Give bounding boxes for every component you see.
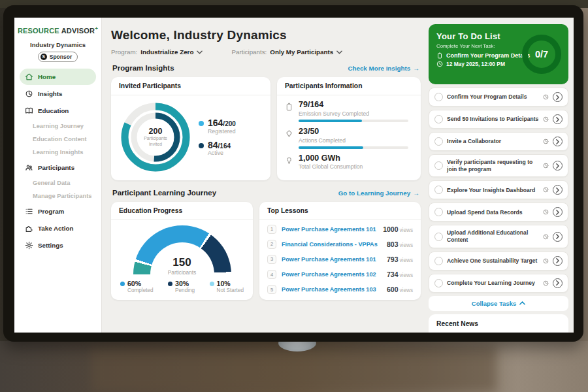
sidebar-item-label: Program <box>38 208 64 215</box>
task-open-button[interactable] <box>553 256 563 266</box>
invited-participants-card: Invited Participants 200 Participants In… <box>111 77 270 180</box>
program-insights-header: Program Insights Check More Insights → <box>112 64 419 72</box>
badge-icon <box>285 129 293 149</box>
task-item[interactable]: Confirm Your Program Details <box>429 88 568 106</box>
invited-donut-chart: 200 Participants Invited <box>119 101 192 174</box>
task-checkbox[interactable] <box>434 257 443 265</box>
invited-legend: 164/200 Registered 84/164 Active <box>199 112 236 162</box>
clock-icon <box>543 163 549 169</box>
lesson-rank: 1 <box>267 225 276 234</box>
program-icon <box>25 207 33 216</box>
task-open-button[interactable] <box>553 114 563 124</box>
collapse-tasks-button[interactable]: Collapse Tasks <box>429 296 568 311</box>
task-open-button[interactable] <box>553 232 563 242</box>
task-checkbox[interactable] <box>434 208 443 216</box>
sidebar-item-manage-participants[interactable]: Manage Participants <box>14 189 101 203</box>
task-checkbox[interactable] <box>434 137 443 146</box>
task-item[interactable]: Verify participants requesting to join t… <box>429 154 568 177</box>
recent-news-title: Recent News <box>436 320 478 327</box>
lesson-row: 1 Power Purchase Agreements 101 1000view… <box>267 221 413 237</box>
app-logo: RESOURCE ADVISOR+ <box>14 24 101 41</box>
sponsor-badge[interactable]: S Sponsor <box>38 52 78 62</box>
task-checkbox[interactable] <box>434 186 443 194</box>
task-item[interactable]: Invite a Collaborator <box>429 132 568 151</box>
arrow-right-icon: → <box>413 189 419 197</box>
clock-icon <box>543 116 549 122</box>
program-filter-label: Program: <box>111 48 137 56</box>
go-to-learning-journey-link[interactable]: Go to Learning Journey → <box>338 189 419 197</box>
lesson-link[interactable]: Power Purchase Agreements 103 <box>282 286 382 293</box>
top-lessons-title: Top Lessons <box>259 202 421 220</box>
sidebar-item-program[interactable]: Program <box>20 203 96 220</box>
page-title: Welcome, Industry Dynamics <box>111 28 421 42</box>
sponsor-badge-label: Sponsor <box>50 54 72 60</box>
emission-survey-row: 79/164 Emission Survey Completed <box>285 101 413 122</box>
task-item[interactable]: Achieve One Sustainability Target <box>429 252 568 270</box>
clock-icon <box>436 61 443 67</box>
lesson-link[interactable]: Power Purchase Agreements 101 <box>282 256 382 263</box>
actions-completed-progressbar <box>299 146 408 149</box>
global-consumption-row: 1,000 GWh Total Global Consumption <box>285 154 413 173</box>
lesson-rank: 5 <box>267 285 276 294</box>
legend-registered: 164/200 Registered <box>199 118 236 135</box>
sidebar-item-participants[interactable]: Participants <box>20 159 96 176</box>
settings-icon <box>25 241 33 250</box>
gauge-label: Participants <box>133 269 231 274</box>
sidebar-item-general-data[interactable]: General Data <box>14 176 101 189</box>
sidebar: RESOURCE ADVISOR+ Industry Dynamics S Sp… <box>14 18 102 333</box>
take-action-icon <box>25 224 33 233</box>
sidebar-item-home[interactable]: Home <box>20 69 96 85</box>
task-item[interactable]: Complete Your Learning Journey <box>429 274 568 293</box>
education-progress-title: Education Progress <box>111 202 253 220</box>
task-open-button[interactable] <box>553 92 563 102</box>
sidebar-item-label: Take Action <box>38 225 73 232</box>
sidebar-item-education-content[interactable]: Education Content <box>14 133 101 146</box>
lesson-row: 5 Power Purchase Agreements 103 600views <box>267 282 413 297</box>
lesson-link[interactable]: Power Purchase Agreements 102 <box>282 271 382 278</box>
logo-plus: + <box>95 25 98 31</box>
sidebar-item-label: Insights <box>38 90 63 97</box>
clock-icon <box>543 209 549 215</box>
task-checkbox[interactable] <box>434 115 443 123</box>
task-open-button[interactable] <box>553 137 563 146</box>
lesson-link[interactable]: Power Purchase Agreements 101 <box>282 226 378 233</box>
todo-summary-card: Your To Do List Complete Your Next Task:… <box>429 24 568 84</box>
logo-advisor: ADVISOR <box>61 27 95 35</box>
sidebar-item-education[interactable]: Education <box>20 103 96 119</box>
sidebar-item-settings[interactable]: Settings <box>20 237 96 253</box>
task-open-button[interactable] <box>553 185 563 195</box>
participants-filter[interactable]: Participants: Only My Participants <box>231 48 342 56</box>
task-item[interactable]: Explore Your Insights Dashboard <box>429 180 568 199</box>
legend-active: 84/164 Active <box>199 140 236 157</box>
program-filter[interactable]: Program: Industrialize Zero <box>111 48 203 56</box>
sidebar-item-learning-insights[interactable]: Learning Insights <box>14 146 101 159</box>
sidebar-item-insights[interactable]: Insights <box>20 86 96 102</box>
task-open-button[interactable] <box>553 161 563 171</box>
logo-resource: RESOURCE <box>18 27 59 35</box>
task-open-button[interactable] <box>553 207 563 217</box>
task-checkbox[interactable] <box>434 93 443 101</box>
main-content: Welcome, Industry Dynamics Program: Indu… <box>102 18 429 333</box>
participants-icon <box>25 163 33 172</box>
lesson-link[interactable]: Financial Considerations - VPPAs <box>282 241 382 248</box>
sidebar-item-learning-journey[interactable]: Learning Journey <box>14 120 101 133</box>
task-checkbox[interactable] <box>434 233 443 241</box>
task-checkbox[interactable] <box>434 279 443 287</box>
active-dot <box>199 143 204 148</box>
clock-icon <box>543 139 549 144</box>
check-more-insights-link[interactable]: Check More Insights → <box>348 65 419 72</box>
program-insights-cards: Invited Participants 200 Participants In… <box>111 77 421 180</box>
invited-total: 200 <box>149 127 163 136</box>
sidebar-item-label: Participants <box>38 164 74 171</box>
participants-filter-label: Participants: <box>231 48 267 56</box>
task-item[interactable]: Send 50 Invitations to Participants <box>429 110 568 129</box>
top-lessons-card: Top Lessons 1 Power Purchase Agreements … <box>259 202 421 300</box>
task-item[interactable]: Upload Spend Data Records <box>429 203 568 221</box>
lesson-rank: 2 <box>267 240 276 249</box>
clock-icon <box>543 258 549 264</box>
task-open-button[interactable] <box>553 278 563 288</box>
gauge-value: 150 <box>133 256 231 269</box>
task-item[interactable]: Upload Additional Educational Content <box>429 225 568 248</box>
task-checkbox[interactable] <box>434 161 443 170</box>
sidebar-item-take-action[interactable]: Take Action <box>20 220 96 237</box>
